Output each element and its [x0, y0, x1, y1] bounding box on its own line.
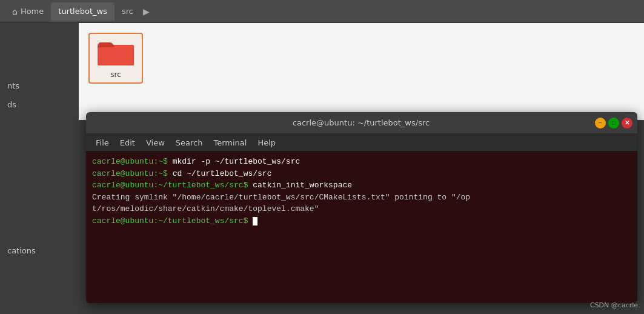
terminal-line-2: cacrle@ubuntu:~$ cd ~/turtlebot_ws/src: [92, 168, 631, 180]
terminal-line-5: t/ros/melodic/share/catkin/cmake/topleve…: [92, 203, 631, 215]
sidebar-item-ds: ds: [0, 95, 79, 114]
minimize-button[interactable]: −: [595, 118, 606, 129]
terminal-controls: − □ ✕: [595, 118, 632, 129]
file-manager-topbar: ⌂ Home turtlebot_ws src ▶: [0, 0, 644, 23]
terminal-line-4: Creating symlink "/home/cacrle/turtlebot…: [92, 192, 631, 204]
menu-file[interactable]: File: [91, 137, 114, 149]
menu-terminal[interactable]: Terminal: [208, 137, 251, 149]
home-icon: ⌂: [12, 7, 18, 16]
menu-view[interactable]: View: [141, 137, 170, 149]
chevron-right-icon: ▶: [141, 7, 152, 16]
terminal-line-1: cacrle@ubuntu:~$ mkdir -p ~/turtlebot_ws…: [92, 156, 631, 168]
terminal-line-6: cacrle@ubuntu:~/turtlebot_ws/src$: [92, 215, 631, 227]
tab-src-label: src: [122, 7, 133, 16]
terminal-menubar: File Edit View Search Terminal Help: [86, 134, 637, 151]
tab-home[interactable]: ⌂ Home: [5, 2, 51, 21]
terminal-body[interactable]: cacrle@ubuntu:~$ mkdir -p ~/turtlebot_ws…: [86, 151, 637, 303]
terminal-title: cacrle@ubuntu: ~/turtlebot_ws/src: [127, 118, 595, 127]
tab-ws-label: turtlebot_ws: [58, 7, 107, 16]
folder-label: src: [110, 70, 121, 79]
close-button[interactable]: ✕: [622, 118, 632, 129]
menu-help[interactable]: Help: [253, 137, 281, 149]
terminal-line-3: cacrle@ubuntu:~/turtlebot_ws/src$ catkin…: [92, 179, 631, 192]
terminal-titlebar: cacrle@ubuntu: ~/turtlebot_ws/src − □ ✕: [86, 112, 637, 134]
folder-src[interactable]: src: [88, 33, 143, 84]
tab-home-label: Home: [21, 7, 44, 16]
sidebar-item-cations: cations: [0, 241, 79, 260]
tab-turtlebot-ws[interactable]: turtlebot_ws: [51, 2, 115, 21]
terminal-window: cacrle@ubuntu: ~/turtlebot_ws/src − □ ✕ …: [86, 112, 637, 303]
sidebar-item-nts: nts: [0, 76, 79, 95]
menu-edit[interactable]: Edit: [115, 137, 140, 149]
svg-rect-1: [98, 47, 134, 65]
folder-icon: [98, 38, 134, 68]
tab-src[interactable]: src: [115, 2, 141, 21]
menu-search[interactable]: Search: [171, 137, 208, 149]
watermark: CSDN @cacrle: [590, 301, 638, 309]
maximize-button[interactable]: □: [608, 118, 619, 129]
